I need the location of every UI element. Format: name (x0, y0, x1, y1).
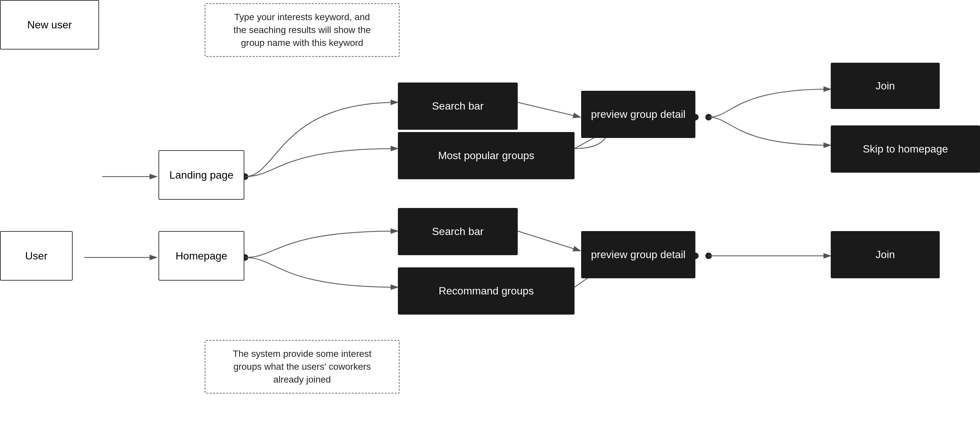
most-popular-groups-label: Most popular groups (438, 149, 535, 162)
preview-group-bottom-node: preview group detail (581, 231, 695, 278)
join-top-label: Join (876, 79, 895, 92)
most-popular-groups-node: Most popular groups (398, 132, 574, 179)
search-bar-top-label: Search bar (432, 100, 484, 112)
join-top-node: Join (831, 63, 940, 109)
recommand-groups-label: Recommand groups (439, 284, 534, 297)
preview-group-top-node: preview group detail (581, 91, 695, 138)
search-bar-top-node: Search bar (398, 83, 518, 130)
join-bottom-node: Join (831, 231, 940, 278)
landing-page-label: Landing page (169, 169, 234, 181)
landing-page-node: Landing page (159, 150, 244, 200)
homepage-label: Homepage (176, 249, 228, 262)
search-bar-bottom-node: Search bar (398, 208, 518, 255)
tooltip-top: Type your interests keyword, and the sea… (205, 3, 399, 57)
diagram: New user Landing page User Homepage Sear… (0, 0, 980, 443)
new-user-node: New user (0, 0, 99, 49)
svg-line-10 (518, 231, 581, 251)
skip-to-homepage-node: Skip to homepage (831, 125, 980, 173)
svg-line-5 (518, 102, 581, 117)
tooltip-bottom: The system provide some interest groups … (205, 340, 399, 394)
search-bar-bottom-label: Search bar (432, 225, 484, 238)
preview-group-bottom-label: preview group detail (591, 248, 686, 261)
recommand-groups-node: Recommand groups (398, 267, 574, 314)
preview-group-top-label: preview group detail (591, 108, 686, 121)
svg-point-13 (705, 252, 712, 259)
user-node: User (0, 231, 73, 281)
homepage-node: Homepage (159, 231, 244, 281)
new-user-label: New user (27, 19, 72, 31)
join-bottom-label: Join (876, 248, 895, 261)
tooltip-bottom-text: The system provide some interest groups … (233, 349, 371, 384)
tooltip-top-text: Type your interests keyword, and the sea… (234, 12, 371, 48)
skip-to-homepage-label: Skip to homepage (863, 143, 948, 155)
svg-point-8 (705, 114, 712, 121)
user-label: User (25, 249, 48, 262)
